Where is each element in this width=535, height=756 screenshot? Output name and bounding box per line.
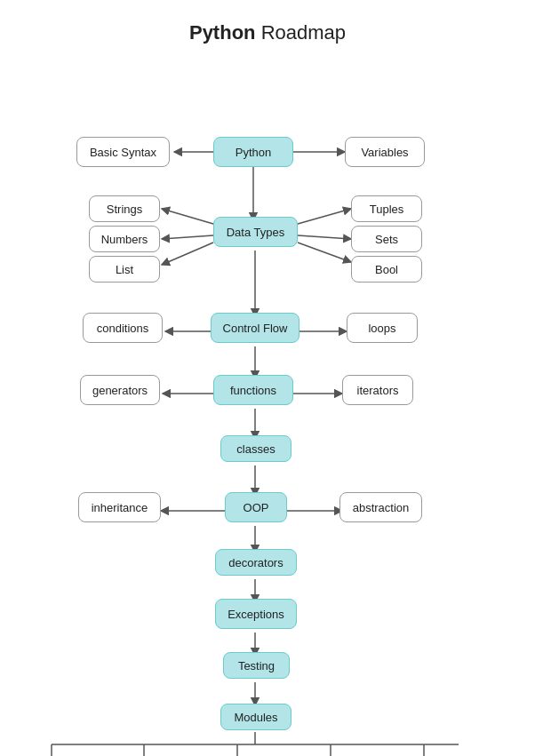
node-strings: Strings: [89, 195, 160, 222]
node-oop: OOP: [225, 492, 287, 522]
node-tuples: Tuples: [351, 195, 422, 222]
node-variables: Variables: [345, 137, 425, 167]
page-title: Python Roadmap: [0, 21, 535, 44]
node-python: Python: [213, 137, 293, 167]
svg-line-9: [298, 243, 351, 262]
node-loops: loops: [347, 313, 418, 343]
node-sets: Sets: [351, 226, 422, 252]
node-inheritance: inheritance: [78, 492, 161, 522]
node-basic-syntax: Basic Syntax: [76, 137, 170, 167]
node-list: List: [89, 256, 160, 283]
node-classes: classes: [220, 435, 291, 462]
node-decorators: decorators: [215, 549, 297, 576]
node-exceptions: Exceptions: [215, 599, 297, 629]
node-generators: generators: [80, 375, 160, 405]
node-functions: functions: [213, 375, 293, 405]
node-abstraction: abstraction: [339, 492, 422, 522]
svg-line-5: [162, 235, 213, 239]
svg-line-6: [162, 243, 213, 265]
diagram-container: Python Basic Syntax Variables Data Types…: [0, 59, 535, 756]
svg-line-4: [162, 209, 213, 224]
node-bool: Bool: [351, 256, 422, 283]
node-testing: Testing: [223, 652, 290, 679]
node-control-flow: Control Flow: [211, 313, 299, 343]
node-conditions: conditions: [83, 313, 163, 343]
node-data-types: Data Types: [213, 217, 298, 247]
node-iterators: iterators: [342, 375, 413, 405]
node-numbers: Numbers: [89, 226, 160, 252]
svg-line-7: [298, 209, 351, 224]
node-modules: Modules: [220, 704, 291, 730]
svg-line-8: [298, 235, 351, 239]
